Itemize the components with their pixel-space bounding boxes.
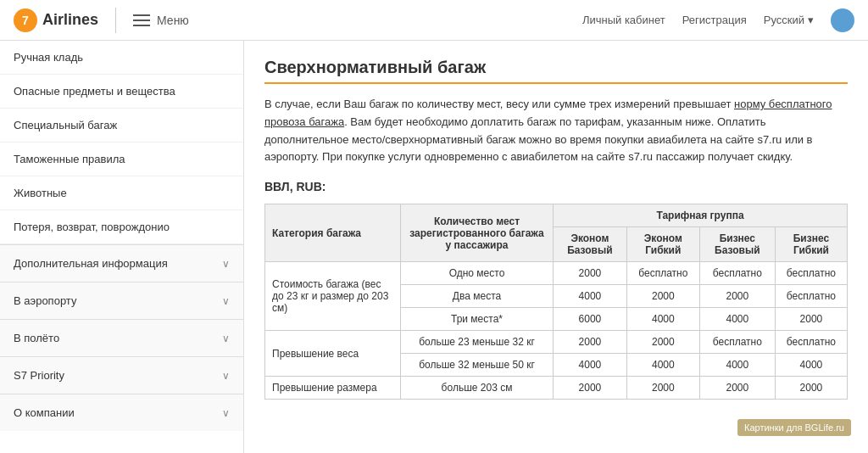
language-label: Русский [764,14,804,26]
hamburger-icon [133,14,150,26]
table-cell-biz-flex: 2000 [775,377,847,400]
table-subheader-biz-base: Бизнес Базовый [699,227,775,262]
table-subheader-ekon-flex: Эконом Гибкий [626,227,699,262]
table-row: Стоимость багажа (вес до 23 кг и размер … [265,262,848,285]
header-divider [115,8,116,33]
table-cell-biz-flex: бесплатно [775,331,847,354]
sidebar-item-customs[interactable]: Таможенные правила [0,143,243,176]
sidebar-section-s7priority-label: S7 Priority [14,369,64,382]
chevron-down-icon: ∨ [222,333,230,344]
sidebar-section-s7priority[interactable]: S7 Priority ∨ [0,356,243,394]
sidebar-section-about-label: О компании [14,406,75,419]
logo-text: Airlines [42,11,98,29]
header-left: 7 Airlines Меню [14,8,189,33]
table-cell-category: Превышение размера [265,377,401,400]
sidebar-section-airport-label: В аэропорту [14,294,76,307]
header: 7 Airlines Меню Личный кабинет Регистрац… [0,0,868,41]
user-avatar[interactable] [831,8,854,32]
table-header-qty: Количество мест зарегистрованного багажа… [401,204,554,262]
table-cell-biz-flex: бесплатно [775,285,847,308]
table-cell-ekon-flex: 2000 [626,331,699,354]
table-cell-ekon-base: 2000 [554,262,627,285]
chevron-down-icon: ∨ [222,370,230,382]
table-cell-biz-flex: бесплатно [775,262,847,285]
table-cell-biz-base: бесплатно [699,262,775,285]
logo[interactable]: 7 Airlines [14,8,98,32]
table-cell-ekon-flex: 2000 [626,285,699,308]
table-cell-ekon-base: 4000 [554,354,627,377]
table-row: Превышение веса больше 23 меньше 32 кг 2… [265,331,848,354]
table-row: Превышение размера больше 203 см 2000 20… [265,377,848,400]
sidebar-item-animals[interactable]: Животные [0,176,243,210]
language-button[interactable]: Русский ▾ [764,14,814,26]
table-cell-biz-flex: 2000 [775,308,847,331]
main-content: Сверхнормативный багаж В случае, если Ва… [244,41,868,453]
sidebar-item-hand-luggage[interactable]: Ручная кладь [0,41,243,75]
table-header-category: Категория багажа [265,204,401,262]
chevron-down-icon: ∨ [222,407,230,419]
table-cell-category: Превышение веса [265,331,401,377]
table-cell-ekon-flex: 4000 [626,308,699,331]
layout: Ручная кладь Опасные предметы и вещества… [0,41,868,453]
sidebar-item-special[interactable]: Специальный багаж [0,109,243,143]
intro-text: В случае, если Ваш багаж по количеству м… [264,96,848,166]
chevron-down-icon: ∨ [222,295,230,307]
table-cell-qty: больше 23 меньше 32 кг [401,331,554,354]
table-cell-category: Стоимость багажа (вес до 23 кг и размер … [265,262,401,331]
table-cell-ekon-base: 2000 [554,377,627,400]
table-cell-qty: больше 203 см [401,377,554,400]
table-cell-ekon-base: 2000 [554,331,627,354]
baggage-table: Категория багажа Количество мест зарегис… [264,204,848,400]
sidebar-section-inflight-label: В полёто [14,332,59,344]
table-cell-qty: Два места [401,285,554,308]
table-cell-qty: Одно место [401,262,554,285]
menu-label: Меню [157,14,189,27]
table-subheader-biz-flex: Бизнес Гибкий [775,227,847,262]
table-cell-ekon-flex: 4000 [626,354,699,377]
baggage-norm-link[interactable]: норму бесплатного провоза багажа [264,98,832,128]
sidebar-item-lost[interactable]: Потеря, возврат, поврождонио [0,210,243,244]
sidebar-section-about[interactable]: О компании ∨ [0,394,243,431]
logo-icon: 7 [14,8,37,32]
table-cell-biz-base: 4000 [699,308,775,331]
sidebar-item-dangerous[interactable]: Опасные предметы и вещества [0,75,243,109]
table-header-tariff-group: Тарифная группа [554,204,848,227]
table-cell-qty: больше 32 меньше 50 кг [401,354,554,377]
section-label: ВВЛ, RUB: [264,180,848,193]
table-cell-biz-flex: 4000 [775,354,847,377]
table-cell-biz-base: 2000 [699,285,775,308]
sidebar-section-airport[interactable]: В аэропорту ∨ [0,282,243,319]
chevron-down-icon: ∨ [222,258,230,270]
chevron-down-icon: ▾ [808,14,814,26]
table-cell-biz-base: 4000 [699,354,775,377]
sidebar-section-additional-info-label: Дополнительная информация [14,257,168,270]
sidebar: Ручная кладь Опасные предметы и вещества… [0,41,244,453]
table-cell-biz-base: 2000 [699,377,775,400]
table-cell-ekon-flex: 2000 [626,377,699,400]
table-cell-biz-base: бесплатно [699,331,775,354]
register-link[interactable]: Регистрация [682,14,747,26]
menu-button[interactable]: Меню [133,14,189,27]
sidebar-section-additional-info[interactable]: Дополнительная информация ∨ [0,244,243,282]
table-cell-qty: Три места* [401,308,554,331]
page-title: Сверхнормативный багаж [264,58,848,84]
table-cell-ekon-base: 4000 [554,285,627,308]
table-cell-ekon-base: 6000 [554,308,627,331]
table-subheader-ekon-base: Эконом Базовый [554,227,627,262]
header-right: Личный кабинет Регистрация Русский ▾ [582,8,854,32]
table-cell-ekon-flex: бесплатно [626,262,699,285]
sidebar-section-inflight[interactable]: В полёто ∨ [0,319,243,356]
personal-cabinet-link[interactable]: Личный кабинет [582,14,665,26]
